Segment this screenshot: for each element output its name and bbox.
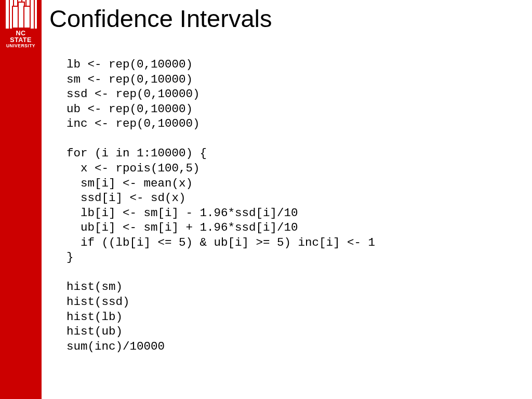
- brand-sidebar: NC STATE UNIVERSITY: [0, 0, 42, 399]
- logo-text: NC STATE UNIVERSITY: [5, 29, 37, 48]
- ncstate-logo: NC STATE UNIVERSITY: [5, 0, 37, 48]
- slide-title: Confidence Intervals: [49, 4, 272, 33]
- belltower-icon: [5, 0, 37, 29]
- slide: NC STATE UNIVERSITY Confidence Intervals…: [0, 0, 532, 399]
- logo-line1: NC STATE: [5, 30, 37, 44]
- code-block: lb <- rep(0,10000) sm <- rep(0,10000) ss…: [66, 57, 375, 354]
- logo-line2: UNIVERSITY: [5, 44, 37, 48]
